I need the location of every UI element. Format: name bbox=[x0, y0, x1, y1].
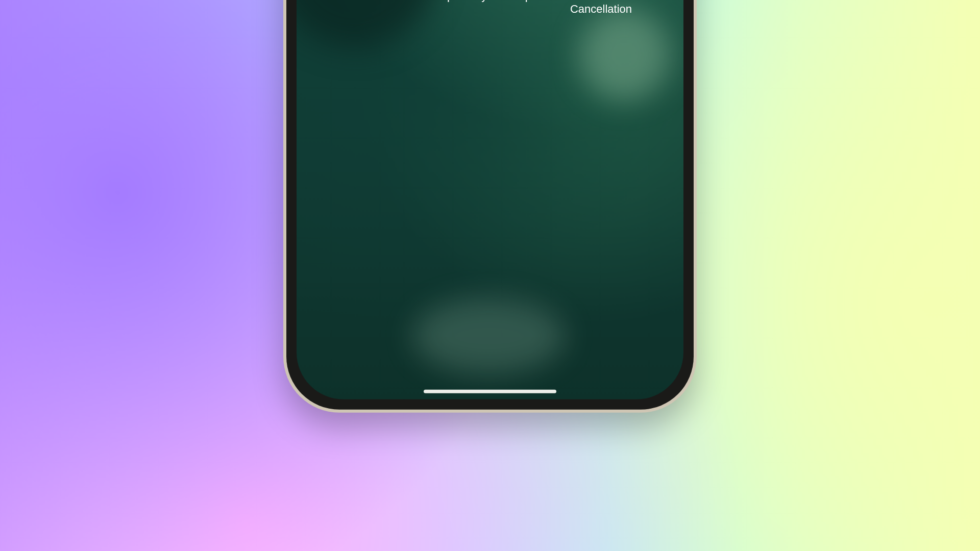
mode-labels-row: Off Transparency Adaptive Noise Cancella… bbox=[342, 0, 638, 16]
mode-transparency-label: Transparency bbox=[416, 0, 490, 16]
mode-off-label: Off bbox=[342, 0, 416, 16]
iphone-screen: Stereo bbox=[297, 0, 683, 399]
home-indicator[interactable] bbox=[424, 390, 556, 393]
iphone-bezel: Stereo bbox=[286, 0, 694, 410]
iphone-frame: Stereo bbox=[283, 0, 697, 413]
backdrop-blob bbox=[579, 9, 671, 101]
mode-adaptive-label: Adaptive bbox=[490, 0, 564, 16]
mode-noise-cancel-label: Noise Cancellation bbox=[564, 0, 638, 16]
backdrop-blob bbox=[412, 298, 566, 374]
viewport-crop: Stereo bbox=[0, 0, 980, 551]
